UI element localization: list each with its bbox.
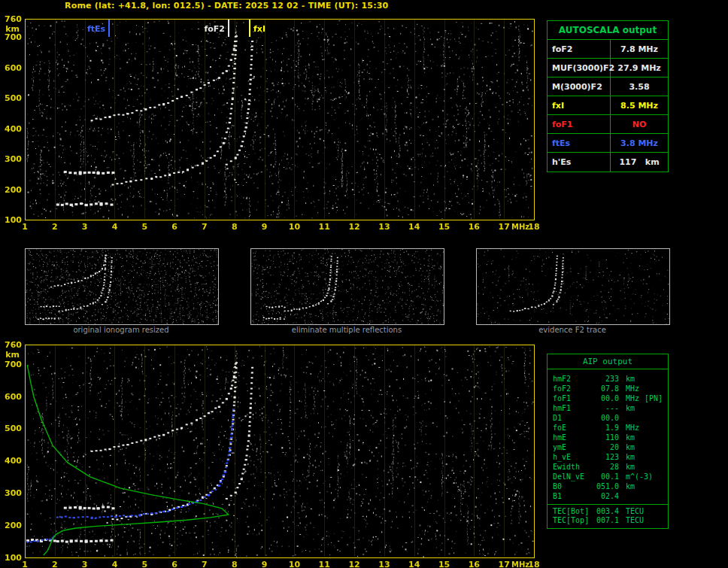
- aip-row-foF1: foF100.0MHz[PN]: [548, 393, 668, 403]
- aip-row-label: ymE: [553, 442, 593, 452]
- aip-table-title: AIP output: [548, 354, 668, 369]
- autoscala-row-foF2: foF27.8 MHz: [548, 40, 668, 59]
- autoscala-table-rows: foF27.8 MHzMUF(3000)F227.9 MHzM(3000)F23…: [548, 40, 668, 172]
- aip-row-unit: km: [626, 433, 635, 442]
- autoscala-output-table: AUTOSCALA output foF27.8 MHzMUF(3000)F22…: [547, 20, 669, 172]
- autoscala-row-label: M(3000)F2: [548, 77, 611, 96]
- autoscala-row-MUF(3000)F2: MUF(3000)F227.9 MHz: [548, 59, 668, 77]
- aip-row-D1: D100.0: [548, 413, 668, 423]
- aip-row-B1: B102.4: [548, 491, 668, 501]
- autoscala-row-ftEs: ftEs3.8 MHz: [548, 134, 668, 153]
- aip-row-label: foF1: [553, 393, 593, 403]
- aip-row-value: 00.0: [593, 413, 619, 423]
- autoscala-row-value: 117 km: [611, 153, 668, 172]
- aip-row-TEC[Bot]: TEC[Bot]003.4TECU: [548, 504, 668, 515]
- thumbnail-caption-f2-trace: evidence F2 trace: [476, 326, 669, 334]
- aip-row-TEC[Top]: TEC[Top]007.1TECU: [548, 515, 668, 525]
- aip-row-value: 20: [593, 442, 619, 452]
- aip-row-DelN_vE: DelN_vE00.1m^(-3): [548, 472, 668, 481]
- aip-table-rows: hmF2233kmfoF207.8MHzfoF100.0MHz[PN]hmF1-…: [548, 369, 668, 528]
- autoscala-row-label: foF1: [548, 115, 611, 133]
- thumbnail-f2-trace: [476, 248, 670, 325]
- aip-row-unit: m^(-3): [626, 472, 653, 481]
- autoscala-row-value: 3.8 MHz: [611, 134, 668, 152]
- autoscala-row-fxI: fxI8.5 MHz: [548, 96, 668, 115]
- aip-row-label: foF2: [553, 384, 593, 393]
- aip-row-value: 02.4: [593, 491, 619, 501]
- autoscala-row-value: 3.58: [611, 77, 668, 96]
- aip-row-note: [PN]: [645, 393, 663, 403]
- aip-row-label: B0: [553, 481, 593, 491]
- aip-row-unit: km: [626, 403, 635, 413]
- aip-row-label: Ewidth: [553, 462, 593, 472]
- thumbnail-caption-original: original ionogram resized: [25, 326, 217, 334]
- aip-row-label: B1: [553, 491, 593, 501]
- aip-row-unit: km: [626, 481, 635, 491]
- aip-row-label: TEC[Bot]: [553, 506, 593, 516]
- autoscala-row-label: ftEs: [548, 134, 611, 152]
- aip-row-value: ---: [593, 403, 619, 413]
- aip-row-value: 00.1: [593, 472, 619, 481]
- aip-row-unit: TECU: [626, 515, 644, 525]
- aip-row-h_vE: h_vE123km: [548, 452, 668, 462]
- aip-row-value: 28: [593, 462, 619, 472]
- aip-row-unit: MHz: [626, 423, 639, 433]
- aip-row-label: hmE: [553, 433, 593, 442]
- autoscala-row-foF1: foF1NO: [548, 115, 668, 134]
- aip-row-unit: km: [626, 462, 635, 472]
- aip-row-value: 07.8: [593, 384, 619, 393]
- aip-row-unit: TECU: [626, 506, 644, 516]
- aip-row-label: DelN_vE: [553, 472, 593, 481]
- aip-row-Ewidth: Ewidth28km: [548, 462, 668, 472]
- aip-output-table: AIP output hmF2233kmfoF207.8MHzfoF100.0M…: [547, 354, 669, 529]
- aip-row-foF2: foF207.8MHz: [548, 384, 668, 393]
- autoscala-row-label: MUF(3000)F2: [548, 59, 611, 77]
- thumbnail-caption-no-multiples: eliminate multiple reflections: [250, 326, 443, 334]
- aip-row-value: 1.9: [593, 423, 619, 433]
- scaled-ionogram-plot: [0, 11, 544, 236]
- autoscala-table-title: AUTOSCALA output: [548, 21, 668, 40]
- thumbnail-original-ionogram: [25, 248, 219, 325]
- aip-row-unit: km: [626, 374, 635, 384]
- aip-row-value: 233: [593, 374, 619, 384]
- aip-row-unit: km: [626, 452, 635, 462]
- autoscala-row-value: NO: [611, 115, 668, 133]
- aip-row-hmF1: hmF1---km: [548, 403, 668, 413]
- aip-row-unit: MHz: [626, 393, 639, 403]
- aip-row-label: h_vE: [553, 452, 593, 462]
- aip-row-B0: B0051.0km: [548, 481, 668, 491]
- aip-row-label: hmF1: [553, 403, 593, 413]
- aip-row-value: 00.0: [593, 393, 619, 403]
- autoscala-screen: Rome (lat: +41.8, lon: 012.5) - DATE: 20…: [0, 0, 728, 568]
- thumbnail-no-multiple-reflections: [250, 248, 444, 325]
- aip-row-label: hmF2: [553, 374, 593, 384]
- aip-row-unit: MHz: [626, 384, 639, 393]
- autoscala-row-label: foF2: [548, 40, 611, 58]
- autoscala-row-value: 8.5 MHz: [611, 96, 668, 114]
- autoscala-row-label: h'Es: [548, 153, 611, 172]
- autoscala-row-value: 7.8 MHz: [611, 40, 668, 58]
- autoscala-row-M(3000)F2: M(3000)F23.58: [548, 77, 668, 96]
- aip-row-label: D1: [553, 413, 593, 423]
- autoscala-row-label: fxI: [548, 96, 611, 114]
- aip-row-value: 123: [593, 452, 619, 462]
- aip-row-value: 003.4: [593, 506, 619, 516]
- autoscala-row-h'Es: h'Es117 km: [548, 153, 668, 172]
- aip-row-ymE: ymE20km: [548, 442, 668, 452]
- aip-row-hmF2: hmF2233km: [548, 374, 668, 384]
- aip-row-value: 051.0: [593, 481, 619, 491]
- station-date-header: Rome (lat: +41.8, lon: 012.5) - DATE: 20…: [65, 1, 388, 11]
- autoscala-row-value: 27.9 MHz: [611, 59, 668, 77]
- aip-row-unit: km: [626, 442, 635, 452]
- aip-row-label: TEC[Top]: [553, 515, 593, 525]
- aip-row-value: 007.1: [593, 515, 619, 525]
- aip-row-value: 110: [593, 433, 619, 442]
- profile-ionogram-plot: [0, 339, 544, 568]
- aip-row-label: foE: [553, 423, 593, 433]
- aip-row-foE: foE1.9MHz: [548, 423, 668, 433]
- aip-row-hmE: hmE110km: [548, 433, 668, 442]
